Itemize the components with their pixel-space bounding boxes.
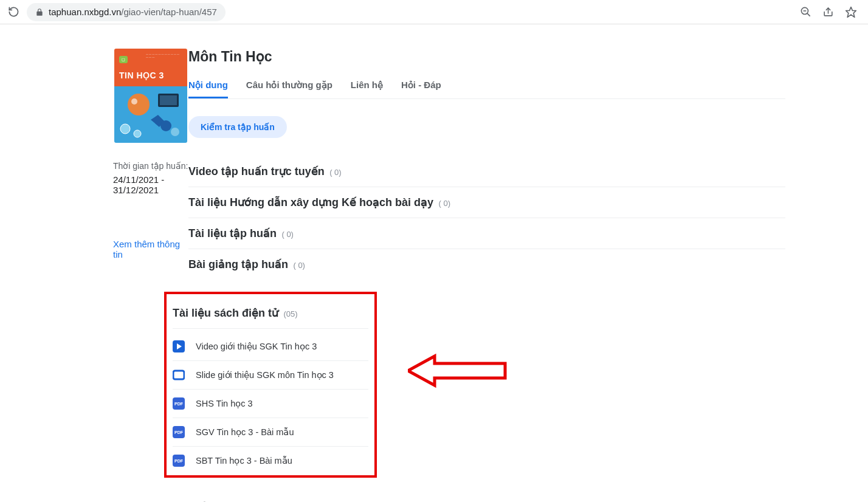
svg-point-7	[128, 94, 150, 115]
section-count: ( 0)	[329, 168, 342, 177]
section-row[interactable]: Tài liệu sách điện tử (05)	[173, 300, 368, 329]
section-row[interactable]: Video tập huấn trực tuyến ( 0)	[188, 156, 785, 187]
svg-line-1	[807, 13, 810, 16]
tab-content[interactable]: Nội dung	[188, 80, 228, 98]
svg-point-9	[120, 124, 130, 134]
svg-rect-16	[173, 371, 184, 379]
section-title: Bài giảng tập huấn	[188, 258, 288, 270]
zoom-out-icon[interactable]	[800, 6, 811, 18]
check-training-button[interactable]: Kiểm tra tập huấn	[188, 116, 287, 138]
tab-qa[interactable]: Hỏi - Đáp	[401, 80, 441, 98]
ebook-item[interactable]: Slide giới thiệu SGK môn Tin học 3	[173, 360, 368, 389]
ebook-item[interactable]: Video giới thiệu SGK Tin học 3	[173, 332, 368, 360]
section-count: ( 0)	[281, 230, 294, 239]
ebook-item-label: SHS Tin học 3	[196, 399, 253, 408]
main-content: Môn Tin Học Nội dung Câu hỏi thường gặp …	[188, 49, 868, 502]
tabs: Nội dung Câu hỏi thường gặp Liên hệ Hỏi …	[188, 80, 785, 99]
section-count: ( 0)	[438, 199, 450, 208]
section-row[interactable]: Tài liệu Hướng dẫn xây dựng Kế hoạch bài…	[188, 187, 785, 218]
section-count: ( 0)	[293, 261, 305, 270]
ebook-item-label: SBT Tin học 3 - Bài mẫu	[196, 456, 292, 466]
ebook-item[interactable]: PDF SGV Tin học 3 - Bài mẫu	[173, 418, 368, 446]
svg-marker-13	[408, 356, 505, 385]
slide-icon	[173, 369, 185, 381]
section-row[interactable]: Tiết học minh họa ( 0)	[188, 492, 785, 502]
pdf-icon: PDF	[173, 397, 185, 410]
training-time-label: Thời gian tập huấn:	[113, 161, 188, 171]
ebook-item[interactable]: PDF SHS Tin học 3	[173, 389, 368, 418]
play-icon	[173, 340, 185, 352]
toolbar-actions	[800, 6, 857, 18]
url-path: /giao-vien/tap-huan/457	[121, 7, 217, 17]
section-row[interactable]: Bài giảng tập huấn ( 0)	[188, 249, 785, 280]
svg-marker-4	[846, 7, 856, 17]
ebook-item[interactable]: PDF SBT Tin học 3 - Bài mẫu	[173, 446, 368, 470]
cover-badge: ◻	[119, 56, 128, 63]
sidebar: ◻ — — — — — — — — — — — — — — TIN HỌC 3	[0, 49, 188, 502]
cover-subtitle: — — — — — — — — — — — — — —	[146, 52, 182, 58]
address-bar[interactable]: taphuan.nxbgd.vn/giao-vien/tap-huan/457	[27, 3, 226, 21]
svg-rect-6	[160, 95, 177, 105]
pdf-icon: PDF	[173, 426, 185, 438]
more-info-link[interactable]: Xem thêm thông tin	[113, 239, 188, 260]
svg-text:PDF: PDF	[174, 430, 184, 435]
cover-illustration	[114, 86, 187, 143]
reload-button[interactable]	[5, 4, 22, 21]
page-title: Môn Tin Học	[188, 49, 785, 65]
page-content: ◻ — — — — — — — — — — — — — — TIN HỌC 3	[0, 24, 868, 502]
tab-faq[interactable]: Câu hỏi thường gặp	[246, 80, 332, 98]
pdf-icon: PDF	[173, 455, 185, 467]
url-domain: taphuan.nxbgd.vn	[49, 7, 121, 17]
tab-contact[interactable]: Liên hệ	[351, 80, 383, 98]
star-icon[interactable]	[845, 6, 857, 18]
section-row[interactable]: Tài liệu tập huấn ( 0)	[188, 218, 785, 249]
book-cover[interactable]: ◻ — — — — — — — — — — — — — — TIN HỌC 3	[114, 49, 187, 143]
ebook-section-title: Tài liệu sách điện tử	[173, 307, 278, 319]
svg-point-10	[134, 130, 141, 137]
section-title: Tài liệu tập huấn	[188, 227, 277, 239]
svg-text:PDF: PDF	[174, 402, 184, 406]
training-time-value: 24/11/2021 - 31/12/2021	[113, 174, 188, 195]
lock-icon	[35, 8, 44, 16]
ebook-section-count: (05)	[283, 309, 297, 318]
ebook-highlight-box: Tài liệu sách điện tử (05) Video giới th…	[164, 292, 377, 478]
browser-toolbar: taphuan.nxbgd.vn/giao-vien/tap-huan/457	[0, 0, 868, 24]
ebook-item-label: Video giới thiệu SGK Tin học 3	[196, 342, 317, 351]
svg-point-8	[131, 98, 137, 105]
section-title: Video tập huấn trực tuyến	[188, 165, 325, 177]
section-title: Tài liệu Hướng dẫn xây dựng Kế hoạch bài…	[188, 196, 433, 208]
svg-point-11	[160, 120, 171, 131]
annotation-arrow-icon	[408, 352, 511, 389]
share-icon[interactable]	[822, 6, 834, 18]
cover-title: TIN HỌC 3	[119, 70, 182, 80]
ebook-item-label: Slide giới thiệu SGK môn Tin học 3	[196, 370, 334, 380]
svg-text:PDF: PDF	[174, 459, 184, 463]
svg-point-12	[171, 128, 179, 136]
ebook-list: Video giới thiệu SGK Tin học 3 Slide giớ…	[173, 332, 368, 470]
reload-icon	[8, 6, 19, 18]
ebook-item-label: SGV Tin học 3 - Bài mẫu	[196, 427, 294, 437]
